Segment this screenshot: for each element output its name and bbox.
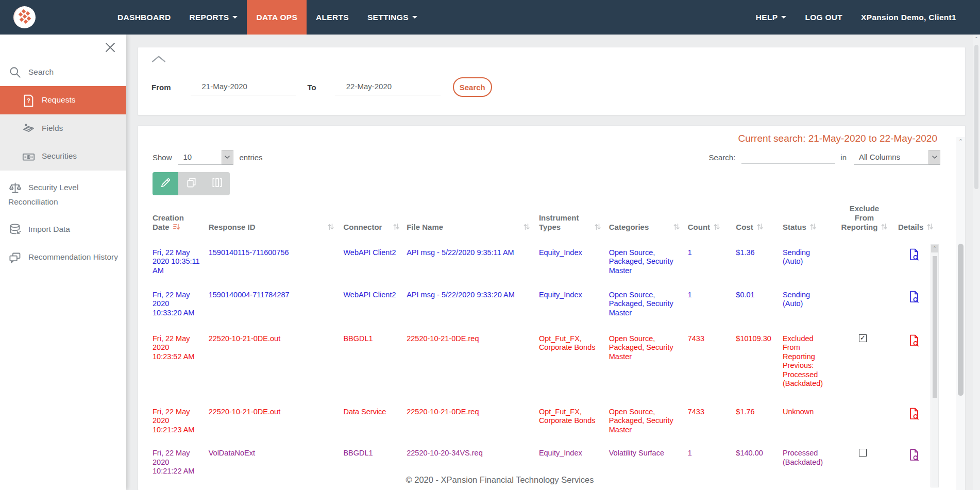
scroll-up-icon[interactable]: ⌃ — [973, 35, 980, 42]
nav-item-dashboard[interactable]: DASHBOARD — [108, 0, 180, 35]
cell-connector: Data Service — [343, 400, 407, 442]
col-header-file-name[interactable]: File Name — [407, 203, 539, 241]
chevron-down-icon — [781, 16, 786, 19]
nav-user-label[interactable]: XPansion Demo, Client1 — [852, 0, 966, 35]
details-file-search-icon[interactable] — [909, 334, 919, 349]
cell-file-name[interactable]: API msg - 5/22/2020 9:35:11 AM — [407, 241, 539, 283]
copy-button[interactable] — [178, 172, 204, 195]
from-label: From — [151, 83, 171, 92]
from-date-input[interactable] — [191, 79, 296, 95]
table-search-label: Search: — [709, 153, 736, 162]
scrollbar-thumb[interactable] — [933, 256, 937, 398]
sidebar-item-fields[interactable]: Fields — [0, 114, 126, 142]
sort-icon — [714, 223, 720, 233]
chevron-down-icon — [928, 150, 940, 164]
col-header-categories[interactable]: Categories — [609, 203, 688, 241]
cell-file-name[interactable]: 22520-10-21-0DE.req — [407, 327, 539, 400]
nav-menu-right: HELP LOG OUT XPansion Demo, Client1 — [747, 0, 966, 35]
nav-item-help[interactable]: HELP — [747, 0, 796, 35]
col-header-creation-date[interactable]: Creation Date — [153, 203, 209, 241]
sort-icon — [757, 223, 763, 233]
columns-icon — [211, 177, 223, 191]
col-header-exclude-from-reporting[interactable]: Exclude From Reporting — [841, 203, 890, 241]
request-document-icon — [22, 94, 36, 108]
nav-item-settings[interactable]: SETTINGS — [358, 0, 427, 35]
cell-categories: Open Source, Packaged, Security Master — [609, 283, 688, 327]
sidebar-item-securities[interactable]: Securities — [0, 142, 126, 170]
column-filter-select[interactable]: All Columns — [854, 149, 940, 165]
cell-cost: $1.36 — [736, 241, 783, 283]
cell-response-id[interactable]: 1590140115-711600756 — [209, 241, 344, 283]
cell-response-id[interactable]: 1590140004-711784287 — [209, 283, 344, 327]
cell-status: Unknown — [783, 400, 841, 442]
col-header-count[interactable]: Count — [688, 203, 736, 241]
nav-item-reports[interactable]: REPORTS — [180, 0, 247, 35]
sort-icon — [523, 223, 530, 233]
sidebar-item-security-level-reconciliation[interactable]: Security Level Reconciliation — [0, 174, 126, 215]
table-row: Fri, 22 May 2020 10:21:23 AM 22520-10-21… — [153, 400, 943, 442]
edit-button[interactable] — [153, 172, 178, 195]
cell-cost: $1.76 — [736, 400, 783, 442]
page-size-select[interactable]: 10 — [178, 149, 233, 165]
table-body-scrollbar[interactable]: ⌃ — [931, 244, 939, 487]
col-header-cost[interactable]: Cost — [736, 203, 783, 241]
close-icon[interactable] — [105, 42, 116, 55]
search-button[interactable]: Search — [453, 77, 492, 97]
scroll-up-icon[interactable]: ⌃ — [956, 137, 965, 145]
cell-file-name[interactable]: API msg - 5/22/2020 9:33:20 AM — [407, 283, 539, 327]
exclude-checkbox[interactable] — [859, 334, 867, 342]
details-file-search-icon[interactable] — [909, 291, 919, 305]
panel-scrollbar[interactable]: ⌃ — [956, 137, 965, 490]
nav-item-alerts[interactable]: ALERTS — [307, 0, 358, 35]
sidebar-item-import-data[interactable]: Import Data — [0, 215, 126, 243]
footer-copyright: © 2020 - XPansion Financial Technology S… — [319, 475, 680, 485]
database-import-icon — [8, 223, 22, 236]
col-header-details[interactable]: Details — [890, 203, 943, 241]
scrollbar-thumb[interactable] — [958, 244, 964, 396]
exclude-checkbox[interactable] — [859, 449, 867, 457]
col-header-response-id[interactable]: Response ID — [209, 203, 344, 241]
xpansion-logo[interactable] — [13, 6, 36, 29]
cell-cost: $0.01 — [736, 283, 783, 327]
window-scrollbar[interactable]: ⌃ — [973, 35, 980, 490]
cell-response-id[interactable]: 22520-10-21-0DE.out — [209, 400, 344, 442]
sidebar-item-recommendation-history[interactable]: Recommendation History — [0, 243, 126, 271]
nav-item-logout[interactable]: LOG OUT — [796, 0, 852, 35]
requests-table: Creation Date Response ID Connector File… — [153, 203, 943, 483]
details-file-search-icon[interactable] — [909, 408, 919, 422]
collapse-panel-icon[interactable] — [151, 55, 167, 65]
cell-categories: Open Source, Packaged, Security Master — [609, 400, 688, 442]
cell-connector: WebAPI Client2 — [343, 283, 407, 327]
cell-categories: Open Source, Packaged, Security Master — [609, 327, 688, 400]
cell-file-name[interactable]: 22520-10-21-0DE.req — [407, 400, 539, 442]
sort-icon — [810, 223, 816, 233]
details-file-search-icon[interactable] — [909, 449, 919, 463]
to-date-input[interactable] — [335, 79, 441, 95]
col-header-instrument-types[interactable]: Instrument Types — [539, 203, 609, 241]
cell-response-id[interactable]: 22520-10-21-0DE.out — [209, 327, 344, 400]
cell-categories: Open Source, Packaged, Security Master — [609, 241, 688, 283]
date-filter-panel: From To Search — [138, 47, 966, 115]
table-search-input[interactable] — [741, 150, 835, 164]
cell-instrument-types: Equity_Index — [539, 283, 609, 327]
in-label: in — [840, 153, 847, 162]
cell-cost: $140.00 — [736, 442, 783, 483]
column-visibility-button[interactable] — [204, 172, 230, 195]
table-row: Fri, 22 May 2020 10:35:11 AM 1590140115-… — [153, 241, 943, 283]
fields-icon — [22, 122, 36, 136]
cell-cost: $10109.30 — [736, 327, 783, 400]
nav-item-data-ops[interactable]: DATA OPS — [247, 0, 307, 35]
cell-connector: WebAPI Client2 — [343, 241, 407, 283]
chat-history-icon — [8, 251, 22, 265]
col-header-status[interactable]: Status — [783, 203, 841, 241]
sidebar-item-search[interactable]: Search — [0, 58, 126, 86]
scrollbar-thumb[interactable] — [974, 45, 978, 189]
cell-count: 1 — [688, 283, 736, 327]
col-header-connector[interactable]: Connector — [343, 203, 407, 241]
scroll-up-icon[interactable]: ⌃ — [931, 245, 938, 252]
details-file-search-icon[interactable] — [909, 248, 919, 263]
cell-creation-date: Fri, 22 May 2020 10:33:20 AM — [153, 283, 209, 327]
sidebar-item-requests[interactable]: Requests — [0, 86, 126, 114]
cell-instrument-types: Opt_Fut_FX, Corporate Bonds — [539, 327, 609, 400]
cell-status: Excluded From Reporting Previous: Proces… — [783, 327, 841, 400]
